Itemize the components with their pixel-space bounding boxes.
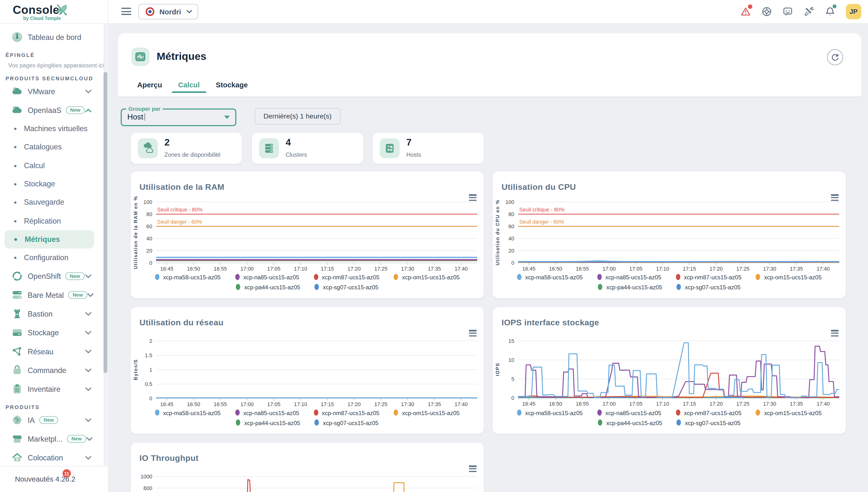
sidebar-item-label: OpenShift <box>28 272 61 280</box>
legend-item[interactable]: xcp-ma58-ucs15-az05 <box>155 274 220 280</box>
user-avatar[interactable]: JP <box>846 4 862 20</box>
legend-item[interactable]: xcp-nm87-ucs15-az05 <box>314 409 379 416</box>
time-range-button[interactable]: Dernière(s) 1 heure(s) <box>255 108 340 124</box>
chevron-down-icon[interactable] <box>85 89 91 93</box>
legend-item[interactable]: xcp-sg07-ucs15-az05 <box>677 284 741 290</box>
legend-item[interactable]: xcp-nm87-ucs15-az05 <box>314 274 379 280</box>
sidebar-subitem-stockage[interactable]: •Stockage <box>4 175 94 193</box>
tenant-selector[interactable]: Nordri <box>139 4 198 20</box>
tools-icon[interactable] <box>804 6 814 17</box>
sidebar-subitem-machines-virtuelles[interactable]: •Machines virtuelles <box>4 120 94 138</box>
svg-text:17:35: 17:35 <box>428 401 441 407</box>
sidebar-subitem-calcul[interactable]: •Calcul <box>4 156 94 175</box>
chevron-down-icon[interactable] <box>86 437 92 441</box>
alerts-icon[interactable] <box>741 6 751 17</box>
legend-item[interactable]: xcp-pa44-ucs15-az05 <box>598 284 662 290</box>
sidebar-item-commande[interactable]: Commande <box>0 361 108 380</box>
chevron-down-icon[interactable] <box>85 456 91 460</box>
legend-item[interactable]: xcp-na85-ucs15-az05 <box>235 274 299 280</box>
sidebar-section-header: ÉPINGLÉ <box>0 52 108 59</box>
svg-text:20: 20 <box>146 248 152 254</box>
legend-row: xcp-ma58-ucs15-az05xcp-na85-ucs15-az05xc… <box>155 272 460 282</box>
notifications-bell-icon[interactable] <box>825 6 835 17</box>
feedback-icon[interactable] <box>783 6 793 17</box>
legend-item[interactable]: xcp-pa44-ucs15-az05 <box>598 419 662 426</box>
legend-item[interactable]: xcp-pa44-ucs15-az05 <box>236 284 300 290</box>
svg-text:16:45: 16:45 <box>522 266 535 272</box>
legend-item[interactable]: xcp-pa44-ucs15-az05 <box>236 419 300 426</box>
sidebar-subitem-sauvegarde[interactable]: •Sauvegarde <box>4 193 94 212</box>
sidebar-item-colocation[interactable]: Colocation <box>0 448 108 466</box>
refresh-button[interactable] <box>827 49 843 65</box>
legend-item[interactable]: xcp-om15-ucs15-az05 <box>756 274 821 280</box>
legend-item[interactable]: xcp-sg07-ucs15-az05 <box>314 284 378 290</box>
legend-row: xcp-ma58-ucs15-az05xcp-na85-ucs15-az05xc… <box>155 408 460 417</box>
legend-item[interactable]: xcp-ma58-ucs15-az05 <box>517 409 582 416</box>
legend-item[interactable]: xcp-sg07-ucs15-az05 <box>677 419 741 426</box>
chevron-down-icon[interactable] <box>85 331 91 335</box>
chevron-down-icon[interactable] <box>88 293 94 297</box>
legend-item[interactable]: xcp-na85-ucs15-az05 <box>235 409 299 416</box>
legend-item[interactable]: xcp-om15-ucs15-az05 <box>394 409 460 416</box>
brand-logo[interactable]: Console by Cloud Temple <box>0 0 108 24</box>
legend-item[interactable]: xcp-nm87-ucs15-az05 <box>676 274 742 280</box>
svg-text:16:45: 16:45 <box>522 401 535 407</box>
sidebar-item-bare-metal[interactable]: Bare MetalNew <box>0 286 108 304</box>
sidebar-item-vmware[interactable]: VMware <box>0 82 108 101</box>
stat-card-clusters: 4Clusters <box>252 133 363 164</box>
sidebar-item-stockage[interactable]: Stockage <box>0 323 108 342</box>
legend-item[interactable]: xcp-na85-ucs15-az05 <box>597 409 661 416</box>
chevron-down-icon[interactable] <box>85 387 91 391</box>
sidebar-subitem-configuration[interactable]: •Configuration <box>4 248 94 267</box>
sidebar-item-r-seau[interactable]: Réseau <box>0 342 108 361</box>
legend-dot-icon <box>677 284 681 290</box>
legend-item[interactable]: xcp-ma58-ucs15-az05 <box>155 409 220 416</box>
svg-text:1.5: 1.5 <box>145 352 152 359</box>
svg-text:17:30: 17:30 <box>401 266 414 272</box>
tab-apercu[interactable]: Aperçu <box>137 80 162 92</box>
sidebar-subitem-catalogues[interactable]: •Catalogues <box>4 138 94 156</box>
hamburger-menu-icon[interactable] <box>121 8 131 17</box>
tab-calcul[interactable]: Calcul <box>178 80 200 92</box>
svg-text:0: 0 <box>149 260 152 266</box>
sidebar-item-marketpl-[interactable]: Marketpl...New <box>0 430 108 448</box>
sidebar-item-inventaire[interactable]: Inventaire <box>0 380 108 398</box>
svg-text:16:50: 16:50 <box>187 266 200 272</box>
svg-text:0: 0 <box>511 260 514 266</box>
chevron-down-icon[interactable] <box>85 312 91 316</box>
chart-card-io: IO Throughput8001000 <box>131 443 484 492</box>
sidebar-item-ia[interactable]: IANew <box>0 411 108 429</box>
legend-item[interactable]: xcp-om15-ucs15-az05 <box>394 274 460 280</box>
legend-item[interactable]: xcp-ma58-ucs15-az05 <box>517 274 582 280</box>
cloud-icon <box>11 104 23 116</box>
app-window: Console by Cloud Temple Tableau de bor <box>0 0 868 492</box>
legend-item[interactable]: xcp-om15-ucs15-az05 <box>756 409 821 416</box>
legend-label: xcp-om15-ucs15-az05 <box>764 274 821 280</box>
sidebar-item-openshift[interactable]: OpenShiftNew <box>0 267 108 286</box>
svg-text:1000: 1000 <box>141 473 152 479</box>
chevron-up-icon[interactable] <box>85 108 91 112</box>
svg-text:100: 100 <box>143 199 152 205</box>
sidebar-subitem-m-triques[interactable]: •Métriques <box>4 230 94 249</box>
tab-stockage[interactable]: Stockage <box>216 80 248 92</box>
chevron-down-icon[interactable] <box>85 350 91 353</box>
legend-item[interactable]: xcp-na85-ucs15-az05 <box>597 274 661 280</box>
sidebar-item-label: Tableau de bord <box>28 33 81 41</box>
sidebar-scroll-area: Tableau de bord ÉPINGLÉVos pages épinglé… <box>0 23 108 467</box>
sidebar: Console by Cloud Temple Tableau de bor <box>0 0 108 492</box>
sidebar-scrollbar-thumb[interactable] <box>103 72 107 373</box>
chevron-down-icon[interactable] <box>85 368 91 372</box>
sidebar-item-dashboard[interactable]: Tableau de bord <box>0 28 108 47</box>
chevron-down-icon[interactable] <box>85 274 91 278</box>
group-by-select[interactable]: Grouper par Host <box>121 108 236 126</box>
sidebar-item-bastion[interactable]: Bastion <box>0 305 108 323</box>
chevron-down-icon[interactable] <box>85 418 91 422</box>
svg-text:16:45: 16:45 <box>160 401 173 407</box>
sidebar-item-openiaas[interactable]: OpenIaaSNew <box>0 101 108 120</box>
legend-item[interactable]: xcp-sg07-ucs15-az05 <box>314 419 378 426</box>
sidebar-subitem-r-plication[interactable]: •Réplication <box>4 212 94 230</box>
svg-text:5: 5 <box>511 376 514 382</box>
sidebar-item-label: OpenIaaS <box>28 106 61 114</box>
legend-item[interactable]: xcp-nm87-ucs15-az05 <box>676 409 742 416</box>
support-lifebuoy-icon[interactable] <box>762 6 772 17</box>
